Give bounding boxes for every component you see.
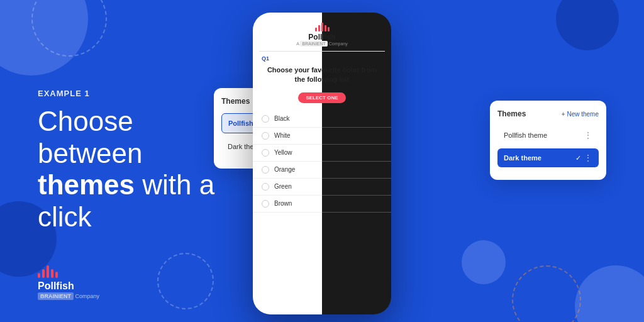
theme-dots-pollfish-r[interactable]: ⋮ bbox=[584, 130, 592, 140]
logo-sub: BRAINIENT Company bbox=[38, 293, 99, 299]
option-label-white: White bbox=[274, 132, 291, 139]
dashed-circle-3 bbox=[512, 265, 581, 322]
theme-name-pollfish-r: Pollfish theme bbox=[504, 131, 547, 139]
dashed-circle-1 bbox=[31, 0, 107, 57]
phone-select-container: SELECT ONE bbox=[253, 90, 391, 106]
option-black[interactable]: Black bbox=[253, 111, 391, 128]
phone-options: Black White Yellow Orange Green Brown bbox=[253, 108, 391, 314]
logo-bar-4 bbox=[51, 269, 53, 278]
phone-header: Pollfish A BRAINIENT Company bbox=[253, 13, 391, 51]
logo-bar-5 bbox=[55, 272, 58, 278]
radio-green bbox=[262, 183, 269, 191]
bg-circle-4 bbox=[556, 0, 619, 50]
radio-white bbox=[262, 132, 269, 140]
theme-name-dark-r: Dark theme bbox=[504, 154, 541, 162]
logo-bar-3 bbox=[47, 265, 49, 278]
logo-bar-2 bbox=[42, 269, 45, 278]
dark-check-icon: ✓ bbox=[575, 154, 581, 162]
logo-text: Pollfish bbox=[38, 280, 74, 292]
phone-logo-text: Pollfish bbox=[308, 33, 335, 42]
option-label-yellow: Yellow bbox=[274, 149, 292, 156]
main-heading: Choose between themes with a click bbox=[38, 106, 239, 233]
phone-content: Pollfish A BRAINIENT Company Q1 Choose y… bbox=[253, 13, 391, 314]
bg-circle-1 bbox=[0, 0, 88, 75]
phone-logo-bars bbox=[315, 23, 330, 31]
option-brown[interactable]: Brown bbox=[253, 196, 391, 213]
option-label-orange: Orange bbox=[274, 166, 295, 173]
phone-select-btn[interactable]: SELECT ONE bbox=[298, 92, 345, 103]
bg-circle-5 bbox=[575, 265, 644, 322]
theme-item-left-pollfish-r: Pollfish theme bbox=[504, 131, 547, 139]
theme-actions-dark-r: ✓ ⋮ bbox=[575, 153, 592, 163]
option-white[interactable]: White bbox=[253, 128, 391, 145]
phone-company: BRAINIENT bbox=[300, 41, 327, 47]
panel-title-right: Themes bbox=[497, 109, 526, 118]
bottom-logo: Pollfish BRAINIENT Company bbox=[38, 265, 99, 299]
phone-question: Choose your favourite color from the fol… bbox=[253, 63, 391, 87]
option-orange[interactable]: Orange bbox=[253, 162, 391, 179]
logo-bar-1 bbox=[38, 273, 40, 278]
center-phone: Pollfish A BRAINIENT Company Q1 Choose y… bbox=[253, 13, 391, 314]
phone-bar-1 bbox=[315, 28, 317, 31]
option-yellow[interactable]: Yellow bbox=[253, 145, 391, 162]
logo-bars bbox=[38, 265, 58, 278]
radio-black bbox=[262, 115, 269, 123]
option-label-brown: Brown bbox=[274, 200, 292, 207]
phone-bar-3 bbox=[321, 23, 323, 31]
dark-dots-icon[interactable]: ⋮ bbox=[584, 153, 592, 163]
phone-q-label: Q1 bbox=[253, 52, 391, 63]
option-label-green: Green bbox=[274, 183, 292, 190]
theme-item-left-dark-r: Dark theme bbox=[504, 154, 541, 162]
bg-circle-6 bbox=[462, 240, 506, 284]
option-label-black: Black bbox=[274, 115, 289, 122]
option-green[interactable]: Green bbox=[253, 179, 391, 196]
example-label: EXAMPLE 1 bbox=[38, 89, 239, 98]
radio-yellow bbox=[262, 149, 269, 157]
phone-bar-2 bbox=[318, 25, 320, 31]
radio-brown bbox=[262, 200, 269, 208]
company-badge: BRAINIENT bbox=[38, 292, 74, 300]
panel-header-right: Themes + New theme bbox=[497, 109, 599, 118]
phone-logo-sub: A BRAINIENT Company bbox=[296, 42, 347, 46]
phone-bar-5 bbox=[328, 27, 330, 31]
radio-orange bbox=[262, 166, 269, 174]
theme-item-dark-right[interactable]: Dark theme ✓ ⋮ bbox=[497, 148, 599, 167]
left-content: EXAMPLE 1 Choose between themes with a c… bbox=[38, 89, 239, 233]
panel-title-left: Themes bbox=[221, 97, 250, 106]
right-themes-panel: Themes + New theme Pollfish theme ⋮ Dark… bbox=[490, 101, 606, 180]
theme-item-pollfish-right[interactable]: Pollfish theme ⋮ bbox=[497, 126, 599, 145]
phone-bar-4 bbox=[325, 25, 326, 31]
heading-line1: Choose between bbox=[38, 106, 142, 169]
dashed-circle-2 bbox=[157, 253, 214, 309]
new-theme-right-button[interactable]: + New theme bbox=[562, 111, 599, 118]
heading-bold: themes bbox=[38, 170, 135, 201]
